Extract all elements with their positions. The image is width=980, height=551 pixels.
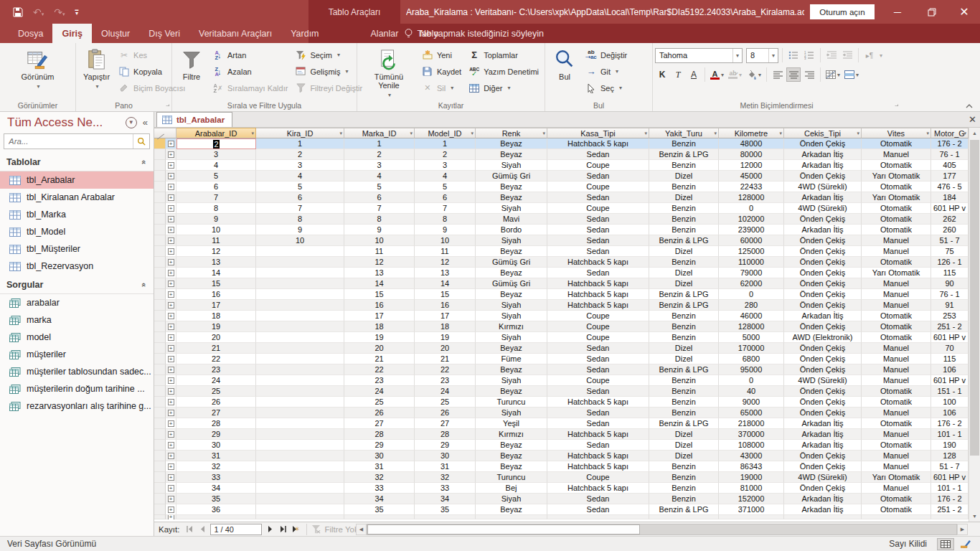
cell[interactable]: Sedan — [547, 246, 649, 257]
view-button[interactable]: Görünüm ▾ — [17, 45, 60, 94]
cell[interactable]: 32 — [176, 461, 256, 472]
cell[interactable]: Gümüş Gri — [476, 278, 547, 289]
nav-search-input[interactable] — [4, 137, 133, 146]
cell[interactable]: Arkadan İtiş — [784, 225, 862, 235]
cell[interactable]: Beyaz — [476, 343, 547, 354]
cell[interactable]: Otomatik — [862, 397, 931, 408]
font-family-select[interactable]: Tahoma▾ — [655, 48, 743, 63]
cell[interactable]: 20 — [344, 343, 415, 354]
column-header[interactable]: Kilometre▾ — [719, 128, 784, 138]
cell[interactable]: 3 — [256, 160, 344, 171]
cell[interactable]: 405 — [931, 160, 969, 171]
filter-status[interactable]: Filtre Yok — [311, 524, 358, 534]
cell[interactable]: 176 - 2 — [931, 138, 969, 149]
next-record-button[interactable] — [263, 523, 276, 536]
cell[interactable]: 81000 — [719, 483, 784, 494]
cell[interactable]: 16 — [176, 289, 256, 300]
shutter-bar-close-icon[interactable]: « — [143, 117, 148, 128]
cell[interactable]: 62000 — [719, 278, 784, 289]
bold-button[interactable]: K — [655, 67, 669, 82]
cell[interactable]: 80000 — [719, 149, 784, 160]
nav-menu-icon[interactable]: ▼ — [126, 117, 137, 128]
cell[interactable] — [344, 515, 415, 519]
cell[interactable]: Beyaz — [476, 138, 547, 149]
cell[interactable]: 95000 — [719, 364, 784, 375]
cell[interactable]: Siyah — [476, 235, 547, 246]
horizontal-scrollbar[interactable] — [367, 524, 957, 535]
cell[interactable]: 21 — [344, 354, 415, 364]
column-dropdown-icon[interactable]: ▾ — [779, 131, 782, 136]
cell[interactable]: Benzin — [649, 408, 719, 418]
cell[interactable] — [256, 397, 344, 408]
cell[interactable] — [256, 429, 344, 440]
cell[interactable]: Sedan — [547, 504, 649, 515]
cell[interactable]: Önden Çekiş — [784, 397, 862, 408]
gridlines-button[interactable]: ▾ — [824, 67, 842, 82]
cell[interactable]: Benzin & LPG — [649, 235, 719, 246]
vertical-scroll-thumb[interactable] — [970, 140, 979, 456]
cell[interactable]: 218000 — [719, 418, 784, 429]
cell[interactable]: Önden Çekiş — [784, 364, 862, 375]
cell[interactable]: 13 — [176, 257, 256, 268]
column-dropdown-icon[interactable]: ▾ — [714, 131, 717, 136]
cell[interactable]: Otomatik — [862, 203, 931, 214]
redo-icon[interactable]: ↷▾ — [54, 6, 65, 18]
expand-row-button[interactable]: + — [168, 463, 174, 470]
cell[interactable]: Otomatik — [862, 311, 931, 321]
nav-item-query[interactable]: müşterilerin doğum tarihine ... — [0, 380, 154, 397]
cell[interactable]: Hatchback 5 kapı — [547, 289, 649, 300]
row-selector[interactable] — [154, 418, 166, 429]
row-selector[interactable] — [154, 321, 166, 332]
tell-me-box[interactable]: Ne yapmak istediğinizi söyleyin — [404, 24, 544, 43]
column-dropdown-icon[interactable]: ▾ — [542, 131, 545, 136]
cell[interactable]: 251 - 2 — [931, 504, 969, 515]
cell[interactable] — [256, 278, 344, 289]
cell[interactable]: 20 — [176, 332, 256, 343]
sign-in-button[interactable]: Oturum açın — [810, 4, 875, 19]
expand-row-button[interactable]: + — [168, 194, 174, 201]
tab-yardim[interactable]: Yardım — [281, 24, 328, 43]
expand-row-button[interactable]: + — [168, 410, 174, 416]
increase-indent-button[interactable] — [840, 48, 854, 62]
cell[interactable]: 5000 — [719, 332, 784, 343]
nav-section-tables[interactable]: Tablolar« — [0, 152, 154, 171]
cell[interactable]: Manuel — [862, 364, 931, 375]
cell[interactable]: 35 — [344, 504, 415, 515]
cell[interactable]: 601 HP v — [931, 332, 969, 343]
cell[interactable]: Gümüş Gri — [476, 171, 547, 182]
cell[interactable]: 2 — [415, 149, 476, 160]
cell[interactable] — [176, 515, 256, 519]
cell[interactable]: 115 — [931, 268, 969, 278]
cell[interactable]: Hatchback 5 kapı — [547, 461, 649, 472]
column-dropdown-icon[interactable]: ▾ — [963, 131, 966, 136]
expand-row-button[interactable]: + — [168, 216, 174, 222]
cell[interactable]: Önden Çekiş — [784, 483, 862, 494]
cell[interactable]: Sedan — [547, 268, 649, 278]
cell[interactable]: Benzin — [649, 397, 719, 408]
cell[interactable]: 21 — [176, 343, 256, 354]
cell[interactable]: Benzin — [649, 321, 719, 332]
cell[interactable]: 5 — [415, 182, 476, 192]
cell[interactable]: 26 — [344, 408, 415, 418]
cell[interactable]: Önden Çekiş — [784, 354, 862, 364]
cell[interactable]: Önden Çekiş — [784, 451, 862, 461]
cell[interactable]: 30 — [415, 451, 476, 461]
cell[interactable]: 65000 — [719, 408, 784, 418]
cell[interactable]: Yarı Otomatik — [862, 171, 931, 182]
cell[interactable]: 76 - 1 — [931, 289, 969, 300]
cell[interactable]: Sedan — [547, 494, 649, 504]
row-selector[interactable] — [154, 504, 166, 515]
cell[interactable] — [256, 321, 344, 332]
expand-row-button[interactable]: + — [168, 334, 174, 341]
undo-icon[interactable]: ↶▾ — [33, 6, 44, 18]
cell[interactable]: Sedan — [547, 235, 649, 246]
nav-item-table[interactable]: tbl_Rezervasyon — [0, 258, 154, 275]
cell[interactable] — [256, 300, 344, 311]
cell[interactable] — [256, 386, 344, 397]
expand-row-button[interactable]: + — [168, 237, 174, 244]
cell[interactable]: 10 — [344, 235, 415, 246]
cell[interactable] — [256, 451, 344, 461]
cell[interactable]: Arkadan İtiş — [784, 429, 862, 440]
cell[interactable]: 601 HP v — [931, 375, 969, 386]
align-center-button[interactable] — [786, 67, 801, 82]
